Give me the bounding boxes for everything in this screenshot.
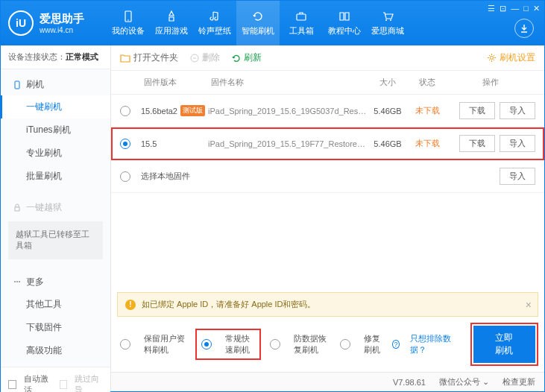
- flash-section-icon: [13, 80, 22, 89]
- brand-url: www.i4.cn: [40, 26, 84, 34]
- flash-settings-button[interactable]: 刷机设置: [487, 51, 535, 64]
- main-panel: 打开文件夹 删除 刷新 刷机设置 固件版本 固件名称 大小 状态 操作 15.6…: [111, 45, 544, 391]
- maximize-icon[interactable]: □: [523, 4, 529, 13]
- brand-name: 爱思助手: [40, 12, 84, 26]
- appleid-warning: ! 如已绑定 Apple ID，请准备好 Apple ID和密码。 ×: [117, 292, 538, 317]
- radio-normal[interactable]: [201, 339, 212, 350]
- nav-apps[interactable]: 应用游戏: [150, 1, 193, 45]
- nav-ringtones[interactable]: 铃声壁纸: [193, 1, 236, 45]
- lock-icon[interactable]: ⊡: [500, 4, 506, 13]
- opt-keepdata[interactable]: 保留用户资料刷机: [120, 333, 186, 355]
- main-nav: 我的设备 应用游戏 铃声壁纸 智能刷机 工具箱 教程中心 爱思商城: [107, 1, 409, 45]
- col-name: 固件名称: [211, 77, 367, 88]
- local-firmware-row[interactable]: 选择本地固件 导入: [111, 160, 544, 193]
- toolbar: 打开文件夹 删除 刷新 刷机设置: [111, 45, 544, 71]
- svg-point-12: [491, 57, 494, 60]
- radio-row-1[interactable]: [120, 139, 130, 149]
- checkbox-skipguide[interactable]: [60, 380, 68, 389]
- nav-flash[interactable]: 智能刷机: [236, 1, 280, 45]
- cart-icon: [381, 10, 394, 23]
- open-folder-button[interactable]: 打开文件夹: [120, 51, 178, 64]
- sidebar-item-batch[interactable]: 批量刷机: [1, 165, 110, 188]
- flash-now-button[interactable]: 立即刷机: [473, 326, 535, 363]
- nav-tutorials[interactable]: 教程中心: [323, 1, 366, 45]
- device-icon: [122, 10, 135, 23]
- delete-button[interactable]: 删除: [190, 51, 220, 64]
- flash-options: 保留用户资料刷机 常规快速刷机 防数据恢复刷机 修复刷机 ? 只想排除数据？ 立…: [111, 317, 544, 372]
- wechat-link[interactable]: 微信公众号 ⌄: [439, 376, 489, 388]
- radio-row-0[interactable]: [120, 106, 130, 116]
- download-button[interactable]: 下载: [459, 102, 495, 119]
- titlebar: iU 爱思助手 www.i4.cn 我的设备 应用游戏 铃声壁纸 智能刷机 工具…: [1, 1, 544, 45]
- apps-icon: [165, 10, 178, 23]
- opt-repair[interactable]: 修复刷机: [340, 333, 382, 355]
- warning-close-icon[interactable]: ×: [526, 299, 532, 311]
- more-section-icon: [13, 277, 22, 286]
- svg-point-7: [14, 281, 16, 282]
- table-header: 固件版本 固件名称 大小 状态 操作: [111, 71, 544, 95]
- svg-point-3: [385, 19, 387, 21]
- music-icon: [208, 10, 221, 23]
- beta-tag: 测试版: [180, 105, 205, 116]
- sidebar-options: 自动激活 跳过向导: [1, 367, 110, 392]
- firmware-row[interactable]: 15.6beta2测试版 iPad_Spring_2019_15.6_19G50…: [111, 95, 544, 127]
- sidebar-item-pro[interactable]: 专业刷机: [1, 142, 110, 165]
- firmware-row-selected[interactable]: 15.5 iPad_Spring_2019_15.5_19F77_Restore…: [111, 127, 544, 160]
- col-status: 状态: [409, 77, 446, 88]
- svg-rect-2: [297, 14, 306, 20]
- warning-icon: !: [125, 300, 136, 310]
- flash-icon: [251, 10, 265, 23]
- refresh-button[interactable]: 刷新: [232, 51, 262, 64]
- check-update-link[interactable]: 检查更新: [503, 376, 535, 388]
- radio-repair[interactable]: [340, 339, 350, 350]
- refresh-icon: [232, 54, 241, 63]
- section-flash[interactable]: 刷机: [1, 74, 110, 95]
- minimize-icon[interactable]: —: [511, 4, 519, 13]
- sidebar-item-oneclick[interactable]: 一键刷机: [1, 95, 110, 118]
- download-button[interactable]: 下载: [459, 135, 495, 152]
- nav-my-device[interactable]: 我的设备: [107, 1, 150, 45]
- import-button[interactable]: 导入: [500, 135, 535, 152]
- checkbox-autoactivate[interactable]: [8, 380, 16, 389]
- section-jailbreak[interactable]: 一键越狱: [1, 197, 110, 218]
- svg-point-1: [127, 19, 129, 21]
- sidebar: 设备连接状态：正常模式 刷机 一键刷机 iTunes刷机 专业刷机 批量刷机 一…: [1, 45, 111, 391]
- radio-local[interactable]: [120, 171, 130, 182]
- opt-normal[interactable]: 常规快速刷机: [197, 330, 259, 358]
- help-icon[interactable]: ?: [392, 340, 399, 349]
- import-button[interactable]: 导入: [500, 102, 535, 119]
- delete-icon: [190, 54, 199, 63]
- version-label: V7.98.61: [393, 378, 426, 387]
- menu-icon[interactable]: ☰: [488, 4, 495, 13]
- col-ops: 操作: [446, 77, 535, 88]
- connection-status: 设备连接状态：正常模式: [1, 45, 110, 69]
- lock-section-icon: [13, 203, 22, 212]
- svg-point-8: [16, 281, 18, 282]
- gear-icon: [487, 53, 497, 63]
- import-button[interactable]: 导入: [500, 168, 535, 185]
- svg-rect-5: [15, 81, 19, 89]
- nav-store[interactable]: 爱思商城: [366, 1, 409, 45]
- radio-antirecovery[interactable]: [270, 339, 280, 350]
- opt-antirecovery[interactable]: 防数据恢复刷机: [270, 333, 330, 355]
- sidebar-item-other[interactable]: 其他工具: [1, 293, 110, 316]
- col-version: 固件版本: [144, 77, 211, 88]
- sidebar-item-advanced[interactable]: 高级功能: [1, 339, 110, 362]
- sidebar-item-dlfw[interactable]: 下载固件: [1, 316, 110, 339]
- jailbreak-note: 越狱工具已转移至工具箱: [8, 221, 103, 259]
- svg-point-9: [19, 281, 20, 282]
- brand: 爱思助手 www.i4.cn: [40, 12, 84, 34]
- radio-keepdata[interactable]: [120, 339, 130, 350]
- sidebar-item-itunes[interactable]: iTunes刷机: [1, 118, 110, 142]
- svg-point-4: [390, 19, 391, 21]
- nav-toolbox[interactable]: 工具箱: [280, 1, 323, 45]
- download-button[interactable]: [514, 19, 534, 38]
- logo-icon: iU: [8, 10, 34, 36]
- close-icon[interactable]: ✕: [533, 4, 540, 13]
- window-controls: ☰ ⊡ — □ ✕: [488, 4, 540, 13]
- exclude-data-link[interactable]: 只想排除数据？: [410, 333, 453, 355]
- statusbar: V7.98.61 微信公众号 ⌄ 检查更新: [111, 372, 544, 391]
- section-more[interactable]: 更多: [1, 271, 110, 293]
- book-icon: [338, 10, 351, 23]
- folder-icon: [120, 54, 130, 63]
